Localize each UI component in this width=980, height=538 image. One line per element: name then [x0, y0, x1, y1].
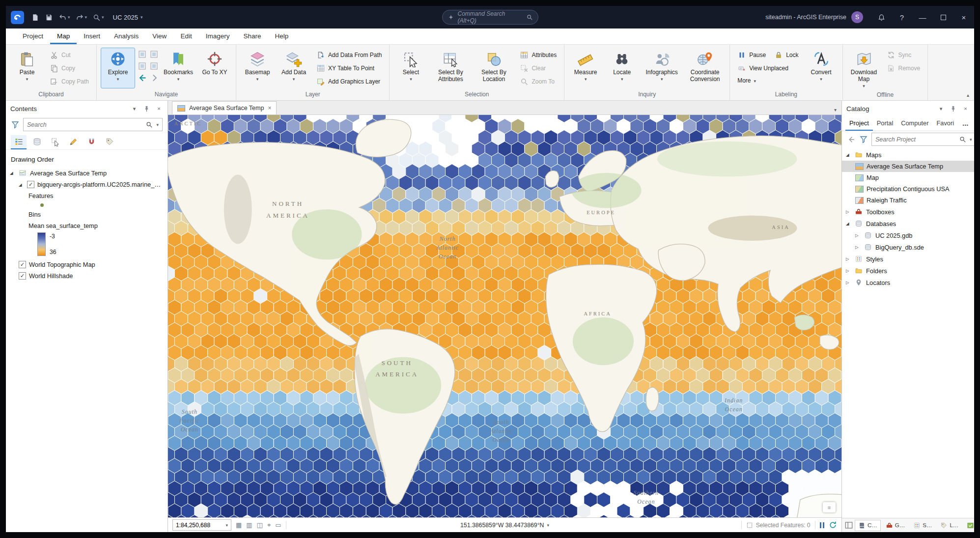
- back-icon[interactable]: [847, 135, 856, 144]
- project-name-menu[interactable]: UC 2025▾: [113, 14, 143, 21]
- copy-path-button[interactable]: Copy Path: [46, 76, 92, 87]
- list-by-snapping-button[interactable]: [84, 135, 99, 149]
- pane-menu-icon[interactable]: ▾: [937, 105, 945, 113]
- go-to-xy-button[interactable]: Go To XY: [197, 48, 232, 88]
- tab-insert[interactable]: Insert: [77, 29, 107, 44]
- color-ramp[interactable]: [37, 232, 46, 256]
- clear-button[interactable]: Clear: [516, 62, 560, 74]
- list-by-editing-button[interactable]: [65, 135, 81, 149]
- coordinate-conversion-button[interactable]: Coordinate Conversion: [684, 48, 726, 88]
- xy-table-to-point-button[interactable]: XY Table To Point: [313, 62, 385, 74]
- crosshair-icon[interactable]: ⌖: [267, 521, 271, 529]
- tab-share[interactable]: Share: [236, 29, 268, 44]
- list-by-selection-button[interactable]: [47, 135, 63, 149]
- catalog-node-databases[interactable]: ◢ Databases: [842, 218, 974, 229]
- map-attribution-button[interactable]: ≡: [823, 502, 836, 512]
- dock-tab-geoprocessing[interactable]: G…: [882, 520, 908, 531]
- notifications-button[interactable]: [871, 6, 892, 28]
- copy-button[interactable]: Copy: [46, 62, 92, 74]
- remove-button[interactable]: Remove: [883, 62, 924, 74]
- catalog-item-uc2025-gdb[interactable]: ▷ UC 2025.gdb: [842, 229, 974, 241]
- expander-icon[interactable]: ◢: [846, 221, 851, 226]
- grid-icon[interactable]: ▥: [246, 521, 252, 529]
- layer-checkbox[interactable]: ✓: [19, 261, 26, 268]
- tab-list-chevron-icon[interactable]: ▾: [829, 107, 841, 114]
- catalog-node-styles[interactable]: ▷ Styles: [842, 253, 974, 265]
- zoom-to-button[interactable]: Zoom To: [516, 76, 560, 87]
- expander-icon[interactable]: ▷: [846, 268, 851, 273]
- add-data-from-path-button[interactable]: Add Data From Path: [313, 49, 385, 61]
- chevron-down-icon[interactable]: ▾: [156, 122, 159, 127]
- list-by-data-source-button[interactable]: [29, 135, 45, 149]
- more-labeling-button[interactable]: More▾: [734, 76, 802, 85]
- catalog-search-input[interactable]: [875, 136, 955, 143]
- scale-combo[interactable]: ▾: [172, 519, 231, 531]
- catalog-tab-favorites[interactable]: Favori: [932, 116, 958, 131]
- view-unplaced-button[interactable]: View Unplaced: [734, 62, 802, 74]
- features-symbol-row[interactable]: [6, 201, 168, 209]
- close-button[interactable]: ×: [953, 6, 974, 28]
- catalog-node-folders[interactable]: ▷ Folders: [842, 265, 974, 277]
- fixed-zoom-out-icon[interactable]: [149, 49, 159, 59]
- cut-button[interactable]: Cut: [46, 49, 92, 61]
- expander-icon[interactable]: ▷: [846, 256, 851, 261]
- zoom-tool-button[interactable]: ▾: [92, 13, 104, 22]
- layer-checkbox[interactable]: ✓: [19, 272, 26, 280]
- pause-drawing-button[interactable]: [820, 522, 825, 528]
- select-by-location-button[interactable]: Select By Location: [473, 48, 514, 88]
- back-arrow-icon[interactable]: [137, 73, 147, 83]
- chevron-down-icon[interactable]: ▾: [547, 523, 549, 528]
- catalog-item-avg-sea-surface-temp[interactable]: Average Sea Surface Temp: [842, 161, 974, 172]
- expander-icon[interactable]: ◢: [19, 182, 24, 187]
- command-search[interactable]: Command Search (Alt+Q): [442, 10, 538, 25]
- refresh-map-button[interactable]: [829, 521, 837, 529]
- coordinates-readout[interactable]: 151.3865859°W 38.4473869°N ▾: [460, 522, 549, 529]
- convert-labels-button[interactable]: Convert ▾: [804, 48, 839, 88]
- close-icon[interactable]: ×: [155, 105, 163, 113]
- catalog-item-raleigh-traffic[interactable]: Raleigh Traffic: [842, 195, 974, 206]
- catalog-node-maps[interactable]: ◢ Maps: [842, 149, 974, 161]
- close-tab-icon[interactable]: ×: [268, 105, 271, 112]
- chevron-down-icon[interactable]: ▾: [970, 137, 972, 142]
- tab-map[interactable]: Map: [50, 29, 77, 44]
- scale-input[interactable]: [176, 522, 223, 529]
- collapse-ribbon-icon[interactable]: ▴: [967, 92, 969, 98]
- dock-tab-catalog[interactable]: C…: [855, 520, 881, 531]
- filter-icon[interactable]: [859, 135, 868, 144]
- snap-icon[interactable]: ▭: [275, 521, 281, 529]
- selected-features-indicator[interactable]: Selected Features: 0: [746, 522, 811, 529]
- new-project-icon[interactable]: [31, 13, 39, 22]
- pin-icon[interactable]: [949, 105, 957, 113]
- pause-labeling-button[interactable]: Pause: [734, 49, 769, 61]
- attributes-button[interactable]: Attributes: [516, 49, 560, 61]
- list-by-labeling-button[interactable]: [102, 135, 117, 149]
- save-project-icon[interactable]: [45, 13, 53, 22]
- dock-tab-symbology[interactable]: S…: [910, 520, 935, 531]
- chevron-down-icon[interactable]: ▾: [225, 523, 228, 528]
- pin-icon[interactable]: [142, 105, 151, 113]
- redo-button[interactable]: ▾: [76, 13, 87, 22]
- contents-search-input[interactable]: [27, 121, 142, 128]
- tab-imagery[interactable]: Imagery: [199, 29, 237, 44]
- expander-icon[interactable]: ▷: [846, 209, 851, 214]
- bookmarks-button[interactable]: Bookmarks ▾: [161, 48, 196, 88]
- world-hexbin-map[interactable]: [168, 115, 841, 517]
- chart-icon[interactable]: ◫: [257, 521, 263, 529]
- tab-edit[interactable]: Edit: [173, 29, 198, 44]
- dock-tab-modify[interactable]: M: [963, 520, 974, 531]
- select-by-attributes-button[interactable]: Select By Attributes: [430, 48, 471, 88]
- fixed-zoom-in-icon[interactable]: [137, 49, 147, 59]
- explore-button[interactable]: Explore ▾: [101, 48, 135, 88]
- add-graphics-layer-button[interactable]: Add Graphics Layer: [313, 76, 385, 87]
- measure-button[interactable]: Measure ▾: [568, 48, 603, 88]
- catalog-item-map[interactable]: Map: [842, 172, 974, 183]
- catalog-tab-computer[interactable]: Computer: [897, 116, 932, 131]
- avatar[interactable]: S: [851, 11, 863, 23]
- sync-button[interactable]: Sync: [883, 49, 924, 61]
- expander-icon[interactable]: ▷: [846, 280, 851, 285]
- map-node[interactable]: ◢ Average Sea Surface Temp: [6, 167, 168, 179]
- pane-menu-icon[interactable]: ▾: [130, 105, 139, 113]
- dock-tab-labeling[interactable]: L…: [937, 520, 962, 531]
- list-by-drawing-order-button[interactable]: [11, 135, 27, 149]
- maximize-button[interactable]: [933, 6, 953, 28]
